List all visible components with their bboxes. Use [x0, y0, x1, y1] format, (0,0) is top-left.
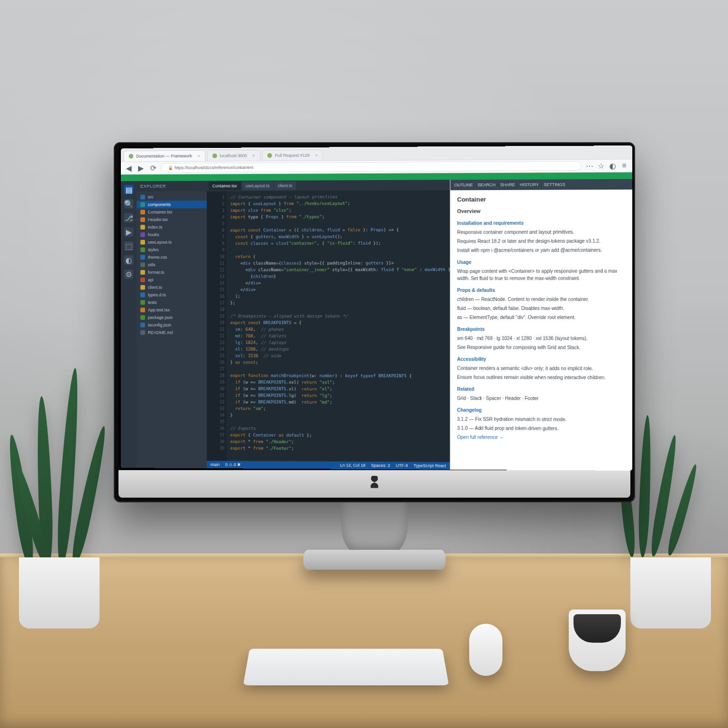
address-input[interactable]: 🔒https://localhost/docs/reference/contai… [161, 161, 582, 173]
tree-item-client-ts[interactable]: client.ts [136, 283, 207, 291]
explorer-title: EXPLORER [136, 181, 207, 191]
photo-scene: Documentation — Framework×localhost:3000… [0, 0, 728, 728]
status-language[interactable]: TypeScript React [414, 463, 446, 468]
doc-tool-search[interactable]: SEARCH [478, 182, 496, 187]
editor-tab-2[interactable]: client.ts [274, 182, 296, 190]
activity-files-icon[interactable]: ▤ [124, 185, 134, 194]
tree-item-label: README.md [148, 330, 173, 335]
activity-accounts-icon[interactable]: ◐ [124, 255, 134, 265]
doc-p5: fluid — boolean, default false. Disables… [457, 305, 626, 312]
status-position[interactable]: Ln 12, Col 18 [340, 463, 365, 468]
doc-tool-share[interactable]: SHARE [500, 182, 515, 187]
tree-item-uselayout-ts[interactable]: useLayout.ts [136, 238, 207, 246]
code-area[interactable]: 1234567891011121314151617181920212223242… [207, 190, 450, 462]
tree-item-readme-md[interactable]: README.md [136, 329, 207, 337]
reload-button[interactable]: ⟳ [149, 164, 157, 172]
doc-p4: children — ReactNode. Content to render … [457, 296, 626, 303]
activity-extensions-icon[interactable]: ⬚ [124, 241, 134, 251]
doc-tool-outline[interactable]: OUTLINE [454, 182, 473, 187]
doc-body[interactable]: Container Overview Installation and requ… [450, 190, 632, 471]
editor-tab-0[interactable]: Container.tsx [209, 182, 241, 190]
activity-source-control-icon[interactable]: ⎇ [124, 213, 134, 223]
tree-item-label: package.json [148, 315, 173, 320]
menu-button[interactable]: ≡ [620, 161, 628, 170]
doc-p1: Requires React 18.2 or later and the des… [457, 237, 626, 245]
tree-item-package-json[interactable]: package.json [136, 314, 207, 321]
file-color-icon [140, 202, 145, 207]
tree-item-utils[interactable]: utils [136, 261, 207, 269]
doc-heading-changelog: Changelog [457, 407, 626, 414]
tree-item-styles[interactable]: styles [136, 246, 207, 254]
file-color-icon [140, 240, 145, 245]
browser-tab-0[interactable]: Documentation — Framework× [124, 150, 205, 162]
tree-item-index-ts[interactable]: index.ts [136, 223, 207, 231]
forward-button[interactable]: ▶ [136, 164, 145, 172]
doc-heading-related: Related [457, 385, 626, 393]
tree-item-label: types.d.ts [148, 292, 166, 297]
activity-bar: ▤🔍⎇▶⬚◐⚙ [121, 181, 136, 468]
account-button[interactable]: ◐ [609, 162, 617, 170]
status-spaces[interactable]: Spaces: 2 [371, 463, 390, 468]
tree-item-src[interactable]: src [136, 193, 207, 200]
doc-link-full-reference[interactable]: Open full reference → [457, 435, 503, 440]
tree-item-label: tests [148, 300, 157, 305]
editor-tab-1[interactable]: useLayout.ts [242, 182, 273, 190]
doc-p2: Install with npm i @acme/containers or y… [457, 246, 626, 254]
tree-item-label: api [148, 277, 154, 282]
tree-item-label: Container.tsx [148, 209, 173, 214]
tree-item-label: client.ts [148, 285, 162, 290]
tree-item-header-tsx[interactable]: Header.tsx [136, 216, 207, 223]
doc-p7: sm 640 · md 768 · lg 1024 · xl 1280 · xx… [457, 335, 626, 342]
file-color-icon [140, 300, 145, 305]
tree-item-types-d-ts[interactable]: types.d.ts [136, 291, 207, 299]
tree-item-format-ts[interactable]: format.ts [136, 268, 207, 276]
status-problems[interactable]: 0 ⚠ 0 ✖ [225, 462, 241, 467]
close-icon[interactable]: × [198, 151, 200, 161]
pot-left [19, 557, 100, 628]
activity-settings-icon[interactable]: ⚙ [124, 270, 134, 279]
monitor-bezel: Documentation — Framework×localhost:3000… [118, 147, 630, 469]
status-branch[interactable]: main [210, 462, 219, 467]
doc-tool-settings[interactable]: SETTINGS [544, 182, 565, 187]
tab-label: Documentation — Framework [136, 151, 192, 161]
close-icon[interactable]: × [253, 150, 255, 161]
doc-p12: 3.1.2 — Fix SSR hydration mismatch in st… [457, 416, 626, 423]
pot-right [630, 557, 711, 628]
doc-heading-usage: Usage [457, 258, 626, 266]
tree-item-tests[interactable]: tests [136, 299, 207, 306]
doc-p6: as — ElementType, default "div". Overrid… [457, 314, 626, 321]
tree-item-components[interactable]: components [136, 200, 207, 208]
bookmark-button[interactable]: ☆ [597, 162, 605, 170]
mouse [469, 624, 502, 676]
file-color-icon [140, 247, 145, 252]
file-tree: srccomponentsContainer.tsxHeader.tsxinde… [136, 191, 207, 468]
doc-section-install: Installation and requirements [457, 219, 626, 227]
tree-item-label: components [148, 202, 171, 207]
close-icon[interactable]: × [315, 150, 318, 161]
activity-debug-icon[interactable]: ▶ [124, 227, 134, 237]
lock-icon: 🔒 [166, 164, 174, 172]
tree-item-label: App.test.tsx [148, 308, 170, 312]
doc-tool-history[interactable]: HISTORY [520, 182, 539, 187]
tree-item-tsconfig-json[interactable]: tsconfig.json [136, 321, 207, 329]
editor-center: Container.tsxuseLayout.tsclient.ts 12345… [207, 179, 632, 471]
back-button[interactable]: ◀ [125, 164, 133, 172]
activity-search-icon[interactable]: 🔍 [124, 199, 134, 209]
file-color-icon [140, 225, 145, 229]
tree-item-label: src [148, 195, 154, 200]
tree-item-api[interactable]: api [136, 276, 207, 283]
tree-item-container-tsx[interactable]: Container.tsx [136, 208, 207, 216]
tree-item-app-test-tsx[interactable]: App.test.tsx [136, 306, 207, 314]
code-lines[interactable]: // Container component — layout primitiv… [227, 190, 450, 462]
tab-label: Pull Request #128 [275, 150, 309, 161]
browser-tab-1[interactable]: localhost:3000× [207, 150, 260, 161]
tree-item-theme-css[interactable]: theme.css [136, 254, 207, 261]
status-encoding[interactable]: UTF-8 [396, 463, 408, 468]
extensions-button[interactable]: ⋯ [585, 162, 594, 170]
file-color-icon [140, 292, 145, 297]
browser-tab-2[interactable]: Pull Request #128× [262, 150, 323, 161]
tree-item-hooks[interactable]: hooks [136, 231, 207, 238]
doc-heading-breakpoints: Breakpoints [457, 326, 626, 333]
doc-p10: Ensure focus outlines remain visible whe… [457, 373, 626, 381]
browser-window: Documentation — Framework×localhost:3000… [121, 146, 632, 471]
